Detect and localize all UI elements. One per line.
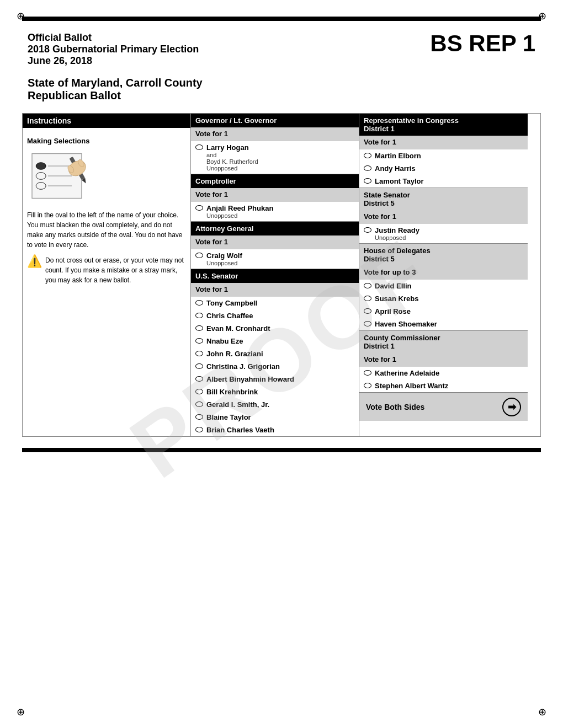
middle-column: Governor / Lt. Governor Vote for 1 Larry…: [191, 114, 359, 436]
candidate-oval[interactable]: [195, 363, 203, 369]
candidate-name: Susan Krebs: [375, 295, 418, 303]
candidate-bill-krehnbrink: Bill Krehnbrink: [191, 386, 359, 398]
comptroller-header: Comptroller: [191, 174, 359, 188]
candidate-chris-chaffee: Chris Chaffee: [191, 309, 359, 322]
governor-header: Governor / Lt. Governor: [191, 114, 359, 127]
candidate-oval[interactable]: [364, 165, 371, 171]
right-column: Representative in Congress District 1 Vo…: [359, 114, 528, 436]
attorney-general-header: Attorney General: [191, 222, 359, 235]
house-delegates-header: House of Delegates District 5: [359, 244, 528, 266]
candidate-oval[interactable]: [364, 227, 371, 233]
county-commissioner-title: County Commissioner: [364, 334, 440, 342]
state-senator-title: State Senator: [364, 191, 410, 199]
warning-block: ⚠️ Do not cross out or erase, or your vo…: [27, 255, 186, 285]
candidate-oval[interactable]: [364, 153, 371, 158]
candidate-name: David Ellin: [375, 282, 411, 290]
top-bar: [22, 17, 541, 21]
election-date: June 26, 2018: [28, 55, 199, 67]
candidate-oval[interactable]: [364, 308, 371, 314]
making-selections-title: Making Selections: [27, 137, 186, 145]
candidate-martin-elborn: Martin Elborn: [359, 149, 528, 162]
candidate-oval[interactable]: [195, 205, 203, 211]
candidate-name: Chris Chaffee: [206, 312, 253, 320]
attorney-general-section: Attorney General Vote for 1 Craig Wolf U…: [191, 222, 359, 269]
candidate-oval[interactable]: [195, 402, 203, 407]
corner-mark-tl: ⊕: [17, 10, 25, 22]
rep-congress-vote: Vote for 1: [359, 136, 528, 149]
candidate-name: Haven Shoemaker: [375, 320, 437, 328]
governor-section: Governor / Lt. Governor Vote for 1 Larry…: [191, 114, 359, 174]
candidate-name: Bill Krehnbrink: [206, 388, 258, 396]
candidate-name: Tony Campbell: [206, 299, 257, 307]
house-delegates-section: House of Delegates District 5 Vote for u…: [359, 244, 528, 331]
ballot-page: ⊕ ⊕ ⊕ ⊕ Official Ballot 2018 Gubernatori…: [0, 0, 563, 728]
candidate-name: Evan M. Cronhardt: [206, 324, 270, 333]
rep-congress-title: Representative in Congress: [364, 116, 459, 125]
candidate-name: Christina J. Grigorian: [206, 362, 280, 371]
rep-congress-section: Representative in Congress District 1 Vo…: [359, 114, 528, 188]
candidate-albert-howard: Albert Binyahmin Howard: [191, 373, 359, 386]
candidate-evan-cronhardt: Evan M. Cronhardt: [191, 322, 359, 335]
comptroller-section: Comptroller Vote for 1 Anjali Reed Phuka…: [191, 174, 359, 222]
candidate-david-ellin: David Ellin: [359, 280, 528, 292]
header-left: Official Ballot 2018 Gubernatorial Prima…: [28, 32, 199, 67]
state-senator-district: District 5: [364, 199, 395, 207]
rep-congress-header: Representative in Congress District 1: [359, 114, 528, 136]
candidate-oval[interactable]: [195, 325, 203, 331]
candidate-name: Craig Wolf: [206, 251, 242, 260]
candidate-oval[interactable]: [364, 383, 371, 388]
candidate-oval[interactable]: [364, 296, 371, 301]
svg-point-1: [36, 163, 46, 170]
house-delegates-title: House of Delegates: [364, 247, 431, 255]
county-commissioner-header: County Commissioner District 1: [359, 331, 528, 353]
candidate-larry-hogan: Larry Hogan andBoyd K. RutherfordUnoppos…: [191, 141, 359, 174]
ballot-illustration: [27, 148, 126, 204]
candidate-oval[interactable]: [195, 427, 203, 432]
governor-vote: Vote for 1: [191, 127, 359, 141]
candidate-brian-vaeth: Brian Charles Vaeth: [191, 424, 359, 436]
candidate-oval[interactable]: [364, 283, 371, 288]
candidate-name: John R. Graziani: [206, 350, 263, 358]
candidate-nnabu-eze: Nnabu Eze: [191, 335, 359, 347]
candidate-note: Unopposed: [206, 212, 273, 219]
candidate-oval[interactable]: [195, 300, 203, 306]
candidate-name: Nnabu Eze: [206, 337, 243, 345]
bottom-bar: [22, 448, 541, 452]
candidate-stephen-wantz: Stephen Albert Wantz: [359, 379, 528, 392]
ballot-subtitle: State of Maryland, Carroll County Republ…: [22, 77, 541, 102]
instructions-column: Instructions Making Selections: [23, 114, 191, 436]
candidate-lamont-taylor: Lamont Taylor: [359, 175, 528, 188]
candidate-oval[interactable]: [195, 351, 203, 356]
ballot-id: BS REP 1: [430, 32, 535, 55]
candidate-name: Gerald I. Smith, Jr.: [206, 400, 269, 409]
candidate-name: Blaine Taylor: [206, 413, 251, 421]
instructions-header: Instructions: [23, 114, 190, 128]
state-senator-header: State Senator District 5: [359, 188, 528, 210]
party-label: Republican Ballot: [28, 89, 121, 101]
candidate-susan-krebs: Susan Krebs: [359, 292, 528, 305]
candidate-oval[interactable]: [195, 313, 203, 318]
vote-both-sides-label: Vote Both Sides: [366, 403, 424, 411]
candidate-name: April Rose: [375, 307, 411, 315]
candidate-oval[interactable]: [364, 370, 371, 376]
candidate-oval[interactable]: [195, 144, 203, 150]
us-senator-vote: Vote for 1: [191, 283, 359, 297]
candidate-oval[interactable]: [195, 338, 203, 344]
candidate-oval[interactable]: [364, 178, 371, 184]
rep-congress-district: District 1: [364, 125, 395, 133]
candidate-anjali: Anjali Reed Phukan Unopposed: [191, 202, 359, 221]
house-delegates-vote: Vote for up to 3: [359, 266, 528, 280]
candidate-name: Katherine Adelaide: [375, 369, 439, 377]
house-delegates-district: District 5: [364, 255, 395, 263]
county-commissioner-vote: Vote for 1: [359, 353, 528, 367]
candidate-oval[interactable]: [195, 253, 203, 258]
candidate-oval[interactable]: [195, 414, 203, 420]
candidate-oval[interactable]: [364, 321, 371, 326]
candidate-oval[interactable]: [195, 389, 203, 394]
state-senator-vote: Vote for 1: [359, 210, 528, 224]
candidate-name: Martin Elborn: [375, 152, 421, 160]
county-commissioner-section: County Commissioner District 1 Vote for …: [359, 331, 528, 393]
arrow-right-icon: ➡: [502, 398, 521, 416]
candidate-oval[interactable]: [195, 376, 203, 382]
candidate-name: Lamont Taylor: [375, 177, 424, 185]
